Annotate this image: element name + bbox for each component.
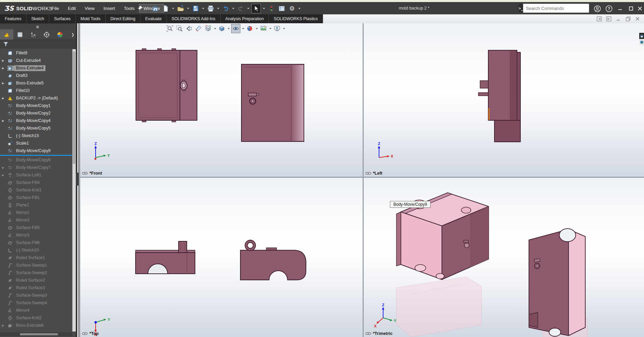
tree-item-surface-knit2[interactable]: Surface-Knit2 (0, 314, 72, 322)
expand-arrow-icon[interactable]: ▶ (0, 119, 8, 122)
close-button[interactable] (636, 4, 644, 13)
viewport-front[interactable]: Z Y *Front (80, 23, 363, 177)
tree-item-boss-extrude5[interactable]: ▶Boss-Extrude5 (0, 79, 72, 87)
tree-item-body-move-copy9[interactable]: Body-Move/Copy9 (0, 147, 72, 154)
zoom-to-fit-icon[interactable] (166, 24, 174, 33)
ribbon-tab-direct-editing[interactable]: Direct Editing (106, 14, 140, 23)
display-style-icon[interactable] (218, 24, 226, 33)
ribbon-tab-surfaces[interactable]: Surfaces (49, 14, 76, 23)
displaymanager-tab[interactable] (53, 29, 67, 40)
tree-vertical-scrollbar[interactable] (72, 49, 76, 332)
ribbon-tab-features[interactable]: Features (0, 14, 27, 23)
maximize-button[interactable] (626, 4, 636, 13)
zoom-to-area-icon[interactable] (175, 24, 184, 33)
menu-insert[interactable]: Insert (99, 4, 120, 13)
ribbon-tab-analysis-preparation[interactable]: Analysis Preparation (221, 14, 269, 23)
print-button[interactable] (206, 4, 215, 13)
account-button[interactable] (592, 4, 602, 13)
tree-item-body-move-copy6[interactable]: Body-Move/Copy6 (0, 156, 72, 164)
save-button[interactable] (191, 4, 200, 13)
ribbon-tab-mold-tools[interactable]: Mold Tools (76, 14, 106, 23)
tree-item-surface-fill6[interactable]: Surface-Fill6 (0, 239, 72, 246)
tree-item-surface-fill4[interactable]: Surface-Fill4 (0, 179, 72, 186)
new-file-button[interactable] (161, 4, 170, 13)
tree-item-surface-knit1[interactable]: Surface-Knit1 (0, 186, 72, 194)
expand-arrow-icon[interactable]: ▶ (0, 59, 8, 62)
previous-document-icon[interactable] (596, 16, 602, 22)
vscroll-thumb[interactable] (73, 51, 75, 164)
splitter-grip[interactable] (76, 173, 79, 186)
tree-item-ruled-surface3[interactable]: Ruled Surface3 (0, 284, 72, 292)
tree-item-mirror2[interactable]: Mirror2 (0, 216, 72, 224)
view-orientation-dropdown-caret[interactable] (213, 28, 216, 30)
expand-arrow-icon[interactable]: ▶ (0, 97, 8, 100)
tree-item-scale1[interactable]: Scale1 (0, 139, 72, 147)
tree-item-surface-sweep4[interactable]: Surface-Sweep4 (0, 299, 72, 307)
viewport-left[interactable]: Z X *Left (364, 23, 644, 177)
pin-menu-icon[interactable] (136, 4, 145, 12)
tree-horizontal-scrollbar[interactable] (0, 332, 72, 336)
tree-item-backup2-default[interactable]: ▶BACKUP2 -> (Default) (0, 94, 72, 102)
expand-arrow-icon[interactable]: ▶ (0, 324, 8, 327)
tree-item-fillet9[interactable]: Fillet9 (0, 49, 72, 57)
section-view-icon[interactable] (194, 24, 203, 33)
home-button[interactable] (151, 4, 160, 13)
undo-button[interactable] (221, 4, 230, 13)
tree-item-body-move-copy4[interactable]: ▶Body-Move/Copy4 (0, 117, 72, 124)
minimize-button[interactable] (615, 4, 625, 13)
tree-item-plane1[interactable]: Plane1 (0, 201, 72, 209)
tree-item-surface-fill5[interactable]: Surface-Fill5 (0, 224, 72, 231)
tree-item-surface-loft1[interactable]: ▶Surface-Loft1 (0, 171, 72, 179)
next-document-icon[interactable] (606, 16, 612, 22)
configurationmanager-tab[interactable] (27, 29, 40, 40)
featuremanager-tab[interactable] (0, 29, 13, 40)
tree-item-ruled-surface1[interactable]: Ruled Surface1 (0, 254, 72, 261)
tree-item-sketch20[interactable]: (-) Sketch20 (0, 246, 72, 254)
restore-document-icon[interactable] (625, 16, 631, 22)
tree-filter-bar[interactable] (0, 40, 76, 49)
tree-item-mirror3[interactable]: Mirror3 (0, 231, 72, 239)
tree-item-boss-extrude6[interactable]: ▶Boss-Extrude6 (0, 322, 72, 329)
view-settings-dropdown-caret[interactable] (282, 28, 285, 30)
ribbon-tab-sketch[interactable]: Sketch (27, 14, 50, 23)
apply-scene-icon[interactable] (259, 24, 268, 33)
edit-appearance-icon[interactable] (246, 24, 254, 33)
ribbon-tab-evaluate[interactable]: Evaluate (140, 14, 167, 23)
taskpane-home-icon[interactable] (639, 33, 644, 39)
viewport-horizontal-divider[interactable] (80, 177, 644, 178)
panel-collapse-handle[interactable] (0, 23, 76, 30)
tree-item-mirror4[interactable]: Mirror4 (0, 307, 72, 314)
apply-scene-dropdown-caret[interactable] (269, 28, 272, 30)
expand-arrow-icon[interactable]: ▶ (0, 82, 8, 85)
dimxpertmanager-tab[interactable] (40, 29, 53, 40)
tree-item-mirror1[interactable]: Mirror1 (0, 209, 72, 216)
ribbon-tab-solidworks-add-ins[interactable]: SOLIDWORKS Add-Ins (167, 14, 220, 23)
view-settings-icon[interactable] (273, 24, 281, 33)
display-style-dropdown-caret[interactable] (227, 28, 230, 30)
search-input[interactable] (523, 6, 589, 11)
minimize-document-icon[interactable] (615, 16, 621, 22)
tree-item-sketch15[interactable]: (-) Sketch15 (0, 132, 72, 139)
propertymanager-tab[interactable] (13, 29, 27, 40)
tree-item-fillet10[interactable]: Fillet10 (0, 87, 72, 94)
taskpane-web-icon[interactable] (639, 39, 644, 45)
help-button[interactable]: ? (604, 4, 614, 13)
tree-item-surface-sweep2[interactable]: Surface-Sweep2 (0, 269, 72, 277)
menu-view[interactable]: View (80, 4, 99, 13)
edit-appearance-dropdown-caret[interactable] (255, 28, 258, 30)
rollback-bar[interactable] (0, 155, 72, 156)
tree-item-surface-fill1[interactable]: Surface-Fill1 (0, 194, 72, 201)
undo-dropdown-caret[interactable] (232, 8, 235, 10)
save-dropdown-caret[interactable] (201, 8, 205, 10)
tree-item-surface-sweep1[interactable]: Surface-Sweep1 (0, 261, 72, 269)
menu-file[interactable]: File (47, 4, 64, 13)
expand-panel-chevron[interactable]: ❯ (70, 29, 76, 40)
display-pane-button[interactable] (277, 4, 286, 13)
tree-item-ruled-surface2[interactable]: Ruled Surface2 (0, 277, 72, 284)
ribbon-tab-solidworks-plastics[interactable]: SOLIDWORKS Plastics (269, 14, 323, 23)
tree-item-surface-sweep3[interactable]: Surface-Sweep3 (0, 292, 72, 299)
options-gear-dropdown-caret[interactable] (298, 8, 301, 10)
tree-item-body-move-copy5[interactable]: Body-Move/Copy5 (0, 124, 72, 132)
close-document-icon[interactable] (634, 16, 641, 22)
expand-arrow-icon[interactable]: ▶ (0, 166, 8, 169)
